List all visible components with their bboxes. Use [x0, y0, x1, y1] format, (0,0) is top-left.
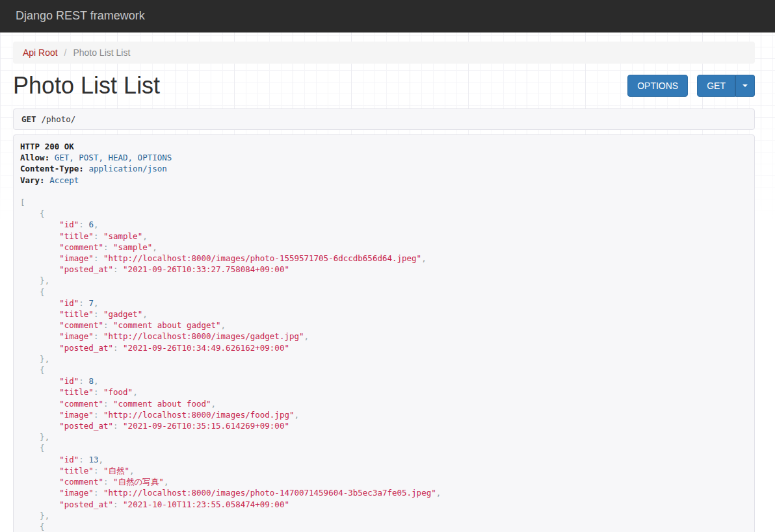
request-method: GET — [21, 114, 36, 124]
page-header: Photo List List OPTIONS GET — [13, 71, 755, 100]
breadcrumb: Api Root / Photo List List — [13, 42, 755, 64]
request-path: /photo/ — [42, 114, 76, 124]
breadcrumb-current: Photo List List — [73, 47, 130, 58]
response-body: HTTP 200 OK Allow: GET, POST, HEAD, OPTI… — [20, 141, 748, 532]
request-summary: GET/photo/ — [13, 108, 755, 130]
response-panel: HTTP 200 OK Allow: GET, POST, HEAD, OPTI… — [13, 134, 755, 532]
brand-title[interactable]: Django REST framework — [16, 9, 145, 23]
main-container: Api Root / Photo List List Photo List Li… — [13, 42, 755, 532]
breadcrumb-separator: / — [64, 47, 67, 58]
top-navbar: Django REST framework — [0, 0, 775, 32]
page-title: Photo List List — [13, 71, 160, 100]
action-buttons: OPTIONS GET — [627, 75, 755, 97]
caret-down-icon — [742, 84, 748, 87]
get-split-button: GET — [697, 75, 755, 97]
options-button[interactable]: OPTIONS — [627, 75, 688, 97]
breadcrumb-link-api-root[interactable]: Api Root — [23, 47, 58, 58]
get-button[interactable]: GET — [697, 75, 735, 97]
get-format-dropdown-button[interactable] — [735, 75, 755, 97]
